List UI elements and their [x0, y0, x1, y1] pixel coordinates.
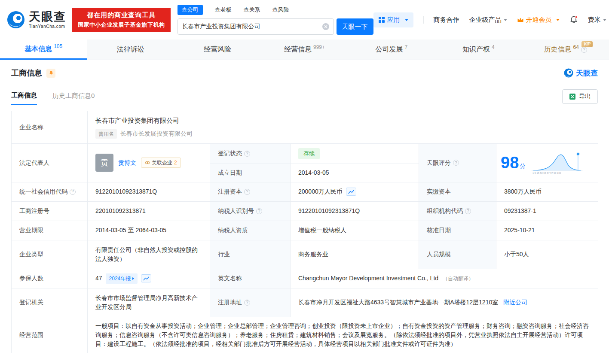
- field-label: 登记机关: [12, 288, 88, 317]
- main-nav: 基本信息 105 法律诉讼 经营风险 经营信息 999+ 公司发展 7 知识产权…: [0, 39, 609, 60]
- insured-trend-icon[interactable]: [141, 274, 151, 282]
- nav-tab-label: 公司发展: [376, 45, 403, 54]
- search-tab-relation[interactable]: 查关系: [244, 6, 260, 14]
- insured-count-value: 47: [95, 274, 102, 283]
- nav-tab-risk[interactable]: 经营风险: [174, 39, 261, 60]
- export-label: 导出: [579, 93, 591, 100]
- notification-bell[interactable]: [569, 15, 578, 24]
- promo-line-2: 国家中小企业发展子基金旗下机构: [78, 21, 165, 29]
- help-icon[interactable]: ?: [581, 47, 587, 53]
- business-info-section: 工商信息 天眼查 工商信息 历史工商信息0: [0, 68, 609, 353]
- establish-date-value: 2014-03-05: [291, 164, 419, 182]
- nav-tab-label: 知识产权: [462, 45, 490, 54]
- apps-button[interactable]: 应用: [373, 12, 413, 27]
- field-label: 成立日期: [210, 164, 291, 182]
- field-label: 行业: [210, 240, 291, 269]
- nearby-companies-link[interactable]: 附近公司: [503, 299, 527, 306]
- annual-report-tag[interactable]: 2024年报: [106, 273, 138, 284]
- chevron-down-icon: [603, 19, 606, 21]
- related-companies-tag[interactable]: 关联企业 2: [141, 158, 181, 168]
- score-value: 98: [501, 154, 519, 172]
- insured-count-cell: 47 2024年报: [88, 269, 210, 288]
- reg-number-value: 220101092313871: [88, 201, 210, 221]
- field-label: 登记状态 ?: [210, 144, 291, 164]
- search-tab-boss[interactable]: 查老板: [215, 6, 232, 14]
- nav-tab-label: 历史信息: [544, 45, 572, 54]
- legal-rep-cell: 贡 贡博文 关联企业 2: [88, 144, 210, 182]
- logo-text: 天眼查: [29, 11, 66, 23]
- help-icon[interactable]: ?: [70, 189, 76, 195]
- field-label: 实缴资本: [419, 182, 496, 201]
- legal-rep-name[interactable]: 贡博文: [118, 158, 136, 167]
- industry-value: 商务服务业: [291, 240, 419, 269]
- former-name: 长春市长发展投资有限公司: [120, 129, 193, 138]
- bell-icon: [569, 15, 578, 24]
- enterprise-products-link[interactable]: 企业级产品: [469, 16, 507, 24]
- monitor-bell-button[interactable]: [46, 69, 55, 78]
- apps-label: 应用: [387, 16, 400, 24]
- search-button[interactable]: 天眼一下: [337, 18, 373, 35]
- capital-trend-icon[interactable]: [346, 188, 356, 196]
- nav-tab-development[interactable]: 公司发展 7: [348, 39, 435, 60]
- menu-divider: [423, 16, 424, 24]
- help-icon[interactable]: ?: [244, 151, 250, 157]
- nav-tab-count: 999+: [313, 44, 325, 50]
- field-label-text: 组织机构代码: [427, 206, 463, 215]
- chevron-right-icon: [132, 277, 134, 280]
- nav-tab-count: 105: [54, 43, 62, 49]
- help-icon[interactable]: ?: [453, 160, 459, 166]
- table-row: 参保人数 47 2024年报 英文名称 Changchun Mayor Deve…: [12, 269, 598, 288]
- field-label-text: 天眼评分: [427, 158, 451, 167]
- help-icon[interactable]: ?: [256, 208, 262, 214]
- help-icon[interactable]: ?: [244, 189, 250, 195]
- export-button[interactable]: 导出: [562, 89, 598, 104]
- nav-tab-ip[interactable]: 知识产权 4: [435, 39, 522, 60]
- reg-address-cell: 长春市净月开发区福祉大路4633号智慧城市产业基地一期A塔楼12层1210室 附…: [291, 288, 598, 317]
- nav-tab-history[interactable]: VIP 历史信息 64 ?: [522, 39, 609, 60]
- field-label: 注册地址 ?: [210, 288, 291, 317]
- vip-badge: VIP: [581, 41, 593, 47]
- link-icon: [145, 160, 150, 165]
- staff-size-value: 小于50人: [496, 240, 598, 269]
- field-label: 天眼评分 ?: [419, 144, 496, 182]
- user-menu[interactable]: 费米: [588, 16, 606, 24]
- chart-axis-ticks: 1 5 15 50 65 87 97 99 100: [532, 172, 561, 174]
- avatar[interactable]: 贡: [95, 154, 113, 172]
- nav-tab-legal[interactable]: 法律诉讼: [87, 39, 174, 60]
- former-name-tag: 曾用名: [95, 129, 117, 139]
- subtab-history-business-info[interactable]: 历史工商信息0: [52, 92, 95, 105]
- search-input[interactable]: [182, 23, 322, 30]
- tianyancha-logo-icon: [564, 68, 573, 78]
- nav-tab-basic-info[interactable]: 基本信息 105: [0, 39, 87, 60]
- enterprise-products-label: 企业级产品: [469, 16, 502, 24]
- search-tab-company[interactable]: 查公司: [177, 5, 203, 15]
- field-label: 营业期限: [12, 221, 88, 240]
- field-label: 统一社会信用代码 ?: [12, 182, 88, 201]
- vip-label: 开通会员: [526, 16, 552, 24]
- tianyancha-logo-icon: [7, 11, 25, 29]
- help-icon[interactable]: ?: [465, 208, 471, 214]
- table-row: 法定代表人 贡 贡博文 关联企业 2 登: [12, 144, 598, 164]
- help-icon[interactable]: ?: [244, 300, 250, 306]
- score-distribution-chart: 1 5 15 50 65 87 97 99 100: [531, 148, 583, 177]
- cooperation-link[interactable]: 商务合作: [434, 16, 459, 24]
- field-label: 核准日期: [419, 221, 496, 240]
- table-row: 经营范围 一般项目：以自有资金从事投资活动；企业管理；企业总部管理；企业管理咨询…: [12, 317, 598, 353]
- search-tab-risk[interactable]: 查风险: [272, 6, 289, 14]
- clear-icon[interactable]: [322, 23, 329, 30]
- nav-tab-business-info[interactable]: 经营信息 999+: [261, 39, 348, 60]
- business-info-table: 企业名称 长春市产业投资集团有限公司 曾用名 长春市长发展投资有限公司 法定代表…: [11, 111, 598, 353]
- tianyancha-logo[interactable]: 天眼查 TianYanCha.com: [7, 11, 66, 29]
- watermark-logo-text: 天眼查: [576, 68, 598, 78]
- business-scope-value: 一般项目：以自有资金从事投资活动；企业管理；企业总部管理；企业管理咨询；创业投资…: [88, 317, 598, 353]
- field-label: 参保人数: [12, 269, 88, 288]
- search-box[interactable]: [177, 18, 334, 35]
- field-label-text: 统一社会信用代码: [19, 187, 67, 196]
- grid-icon: [379, 17, 385, 23]
- table-row: 登记机关 长春市市场监督管理局净月高新技术产业开发区分局 注册地址 ? 长春市净…: [12, 288, 598, 317]
- english-name-cell: Changchun Mayor Development Investment C…: [291, 269, 598, 288]
- vip-button[interactable]: 开通会员: [517, 16, 560, 24]
- nav-tab-label: 法律诉讼: [117, 45, 144, 54]
- subtab-business-info[interactable]: 工商信息: [11, 91, 37, 105]
- company-name: 长春市产业投资集团有限公司: [95, 116, 590, 126]
